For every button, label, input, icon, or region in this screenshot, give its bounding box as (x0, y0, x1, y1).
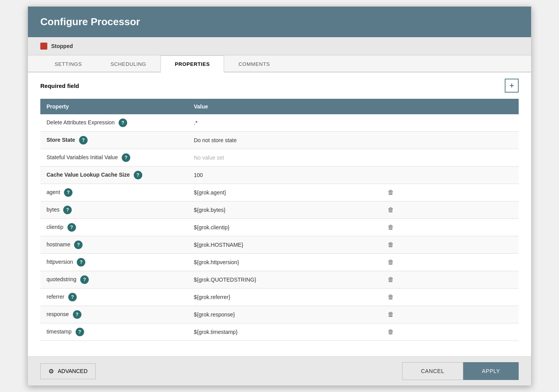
property-name-cell: httpversion? (40, 254, 188, 271)
property-value-cell[interactable]: Do not store state (188, 132, 381, 149)
table-row: hostname?${grok.HOSTNAME}🗑 (40, 236, 519, 254)
help-icon[interactable]: ? (74, 241, 83, 249)
help-icon[interactable]: ? (134, 171, 142, 179)
property-value-cell[interactable]: ${grok.QUOTEDSTRING} (188, 271, 381, 289)
property-value-cell[interactable]: ${grok.clientip} (188, 219, 381, 236)
help-icon[interactable]: ? (77, 258, 85, 266)
help-icon[interactable]: ? (76, 328, 84, 336)
table-row: referrer?${grok.referrer}🗑 (40, 289, 519, 306)
table-row: clientip?${grok.clientip}🗑 (40, 219, 519, 236)
property-value-cell[interactable]: ${grok.HOSTNAME} (188, 236, 381, 254)
help-icon[interactable]: ? (119, 119, 127, 127)
dialog-header: Configure Processor (28, 7, 531, 37)
property-name-cell: response? (40, 306, 188, 323)
help-icon[interactable]: ? (68, 293, 77, 301)
tabs-bar: SETTINGS SCHEDULING PROPERTIES COMMENTS (28, 55, 531, 72)
help-icon[interactable]: ? (64, 188, 72, 197)
delete-icon[interactable]: 🗑 (388, 241, 394, 248)
property-name: clientip (47, 224, 64, 230)
configure-processor-dialog: Configure Processor Stopped SETTINGS SCH… (28, 6, 531, 386)
property-name: timestamp (47, 328, 72, 335)
help-icon[interactable]: ? (63, 206, 72, 214)
property-value-cell[interactable]: ${grok.timestamp} (188, 323, 381, 341)
delete-cell[interactable]: 🗑 (381, 219, 519, 236)
required-field-label: Required field (40, 83, 79, 89)
property-value-cell[interactable]: ${grok.referrer} (188, 289, 381, 306)
properties-data-table: Property Value Delete Attributes Express… (40, 99, 519, 341)
property-name: quotedstring (47, 276, 76, 282)
property-value-cell[interactable]: ${grok.bytes} (188, 201, 381, 219)
delete-icon[interactable]: 🗑 (388, 259, 394, 265)
delete-cell[interactable]: 🗑 (381, 323, 519, 341)
tab-settings[interactable]: SETTINGS (40, 55, 96, 72)
action-column-header (381, 99, 519, 114)
property-value-cell[interactable]: ${grok.httpversion} (188, 254, 381, 271)
property-name: Delete Attributes Expression (47, 119, 115, 126)
table-row: timestamp?${grok.timestamp}🗑 (40, 323, 519, 341)
help-icon[interactable]: ? (67, 223, 76, 232)
property-name-cell: Delete Attributes Expression? (40, 114, 188, 132)
property-name-cell: Cache Value Lookup Cache Size? (40, 167, 188, 184)
property-name-cell: referrer? (40, 289, 188, 306)
property-name-cell: Store State? (40, 132, 188, 149)
help-icon[interactable]: ? (80, 275, 89, 284)
delete-cell[interactable]: 🗑 (381, 271, 519, 289)
delete-icon[interactable]: 🗑 (388, 224, 394, 230)
delete-cell (381, 132, 519, 149)
property-name-cell: agent? (40, 184, 188, 201)
delete-icon[interactable]: 🗑 (388, 294, 394, 300)
delete-cell (381, 149, 519, 167)
property-name-cell: bytes? (40, 201, 188, 219)
delete-cell[interactable]: 🗑 (381, 306, 519, 323)
property-value-cell[interactable]: No value set (188, 149, 381, 167)
dialog-title: Configure Processor (40, 16, 519, 28)
table-row: Stateful Variables Initial Value?No valu… (40, 149, 519, 167)
stopped-indicator (40, 43, 47, 50)
property-value-cell[interactable]: ${grok.agent} (188, 184, 381, 201)
property-name: Stateful Variables Initial Value (47, 154, 118, 160)
tab-scheduling[interactable]: SCHEDULING (96, 55, 160, 72)
delete-icon[interactable]: 🗑 (388, 328, 394, 335)
help-icon[interactable]: ? (122, 153, 130, 162)
delete-cell[interactable]: 🗑 (381, 254, 519, 271)
property-name: httpversion (47, 259, 73, 265)
property-column-header: Property (40, 99, 188, 114)
apply-button[interactable]: APPLY (463, 362, 519, 380)
delete-icon[interactable]: 🗑 (388, 206, 394, 213)
tab-comments[interactable]: COMMENTS (224, 55, 284, 72)
status-label: Stopped (51, 43, 73, 49)
delete-cell[interactable]: 🗑 (381, 289, 519, 306)
table-row: agent?${grok.agent}🗑 (40, 184, 519, 201)
add-property-button[interactable]: + (505, 79, 519, 93)
delete-icon[interactable]: 🗑 (388, 276, 394, 283)
delete-icon[interactable]: 🗑 (388, 311, 394, 318)
cancel-button[interactable]: CANCEL (402, 362, 463, 380)
property-name: referrer (47, 294, 64, 300)
property-name: Store State (47, 137, 75, 143)
table-row: httpversion?${grok.httpversion}🗑 (40, 254, 519, 271)
property-name: agent (47, 189, 60, 195)
help-icon[interactable]: ? (73, 310, 81, 319)
delete-cell[interactable]: 🗑 (381, 184, 519, 201)
value-column-header: Value (188, 99, 381, 114)
property-name-cell: Stateful Variables Initial Value? (40, 149, 188, 167)
table-row: bytes?${grok.bytes}🗑 (40, 201, 519, 219)
advanced-button[interactable]: ⚙ ADVANCED (40, 363, 96, 379)
help-icon[interactable]: ? (79, 136, 88, 144)
table-row: quotedstring?${grok.QUOTEDSTRING}🗑 (40, 271, 519, 289)
table-row: response?${grok.response}🗑 (40, 306, 519, 323)
delete-cell[interactable]: 🗑 (381, 201, 519, 219)
property-value-cell[interactable]: ${grok.response} (188, 306, 381, 323)
property-name-cell: hostname? (40, 236, 188, 254)
property-name-cell: clientip? (40, 219, 188, 236)
property-value-cell[interactable]: .* (188, 114, 381, 132)
content-area: Required field + Property Value Delete A… (28, 72, 531, 356)
property-value-cell[interactable]: 100 (188, 167, 381, 184)
delete-cell (381, 114, 519, 132)
required-field-bar: Required field + (28, 72, 531, 99)
delete-cell[interactable]: 🗑 (381, 236, 519, 254)
tab-properties[interactable]: PROPERTIES (160, 55, 224, 72)
gear-icon: ⚙ (48, 368, 54, 375)
property-name: bytes (47, 206, 59, 213)
delete-icon[interactable]: 🗑 (388, 189, 394, 196)
